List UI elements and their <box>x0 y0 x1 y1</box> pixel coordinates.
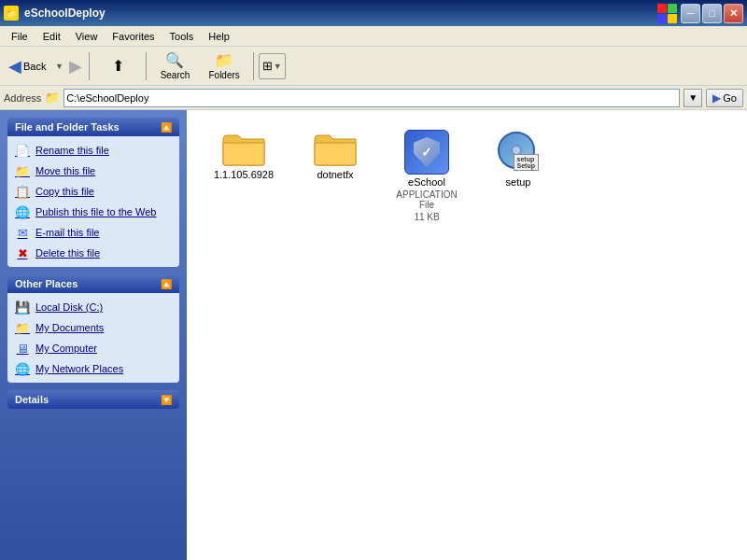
toolbar: ◀ Back ▼ ▶ ⬆ 🔍 Search 📁 Folders ⊞ ▼ <box>0 47 747 86</box>
left-panel: File and Folder Tasks 🔼 📄 Rename this fi… <box>0 110 187 560</box>
window-title: eSchoolDeploy <box>24 7 656 20</box>
app-item-setup[interactable]: setupSetup setup <box>476 125 560 227</box>
go-button[interactable]: ▶ Go <box>706 89 743 107</box>
address-dropdown-button[interactable]: ▼ <box>684 89 702 107</box>
minimize-button[interactable]: ─ <box>681 4 700 23</box>
my-documents-item[interactable]: 📁 My Documents <box>7 317 179 338</box>
menu-favorites[interactable]: Favorites <box>105 29 162 44</box>
details-title: Details <box>15 394 49 405</box>
rename-label: Rename this file <box>35 145 109 156</box>
details-collapse-icon: 🔽 <box>161 395 172 405</box>
folders-button[interactable]: 📁 Folders <box>200 49 247 83</box>
app-sublabel-eschool: APPLICATION File <box>389 189 464 210</box>
other-places-section: Other Places 🔼 💾 Local Disk (C:) 📁 My Do… <box>7 274 179 383</box>
address-bar: Address 📁 ▼ ▶ Go <box>0 86 747 110</box>
app-label-setup: setup <box>506 176 531 188</box>
app-icon-setup: setupSetup <box>496 130 541 175</box>
go-label: Go <box>723 92 737 104</box>
my-documents-icon: 📁 <box>15 320 30 335</box>
folder-icon-2 <box>313 130 358 167</box>
address-input[interactable] <box>66 92 677 104</box>
search-icon: 🔍 <box>165 51 184 69</box>
toolbar-separator-3 <box>253 52 254 80</box>
folders-label: Folders <box>208 70 239 80</box>
menu-edit[interactable]: Edit <box>35 29 68 44</box>
email-label: E-mail this file <box>35 227 99 238</box>
close-button[interactable]: ✕ <box>724 4 743 23</box>
local-disk-item[interactable]: 💾 Local Disk (C:) <box>7 297 179 317</box>
file-tasks-body: 📄 Rename this file 📁 Move this file 📋 Co… <box>7 136 179 267</box>
copy-icon: 📋 <box>15 184 30 199</box>
back-label: Back <box>23 61 46 72</box>
folder-label-2: dotnetfx <box>317 169 353 180</box>
xp-logo <box>656 4 677 22</box>
publish-label: Publish this file to the Web <box>35 206 156 217</box>
details-header[interactable]: Details 🔽 <box>7 390 179 409</box>
publish-file-item[interactable]: 🌐 Publish this file to the Web <box>7 202 179 222</box>
my-computer-item[interactable]: 🖥 My Computer <box>7 338 179 358</box>
move-file-item[interactable]: 📁 Move this file <box>7 161 179 181</box>
title-bar: 📁 eSchoolDeploy ─ □ ✕ <box>0 0 747 26</box>
address-input-wrap <box>63 89 680 107</box>
rename-icon: 📄 <box>15 143 30 158</box>
search-label: Search <box>161 70 190 80</box>
delete-label: Delete this file <box>35 247 100 259</box>
address-label: Address <box>4 92 41 104</box>
main-area: File and Folder Tasks 🔼 📄 Rename this fi… <box>0 110 747 560</box>
content-area: 1.1.105.6928 dotnetfx ✓ eSchool <box>187 110 747 560</box>
delete-file-item[interactable]: ✖ Delete this file <box>7 243 179 263</box>
rename-file-item[interactable]: 📄 Rename this file <box>7 140 179 161</box>
menu-file[interactable]: File <box>4 29 35 44</box>
menu-bar: File Edit View Favorites Tools Help <box>0 26 747 47</box>
file-tasks-section: File and Folder Tasks 🔼 📄 Rename this fi… <box>7 118 179 267</box>
move-icon: 📁 <box>15 163 30 178</box>
other-places-header[interactable]: Other Places 🔼 <box>7 274 179 293</box>
my-network-places-label: My Network Places <box>35 363 123 374</box>
window-icon: 📁 <box>4 6 19 21</box>
copy-file-item[interactable]: 📋 Copy this file <box>7 181 179 202</box>
folder-item-1[interactable]: 1.1.105.6928 <box>202 125 286 227</box>
copy-label: Copy this file <box>35 186 94 197</box>
folder-item-2[interactable]: dotnetfx <box>293 125 377 227</box>
publish-icon: 🌐 <box>15 204 30 219</box>
delete-icon: ✖ <box>15 245 30 260</box>
up-icon: ⬆ <box>112 57 124 75</box>
email-file-item[interactable]: ✉ E-mail this file <box>7 222 179 243</box>
email-icon: ✉ <box>15 225 30 240</box>
app-size-eschool: 11 KB <box>414 212 439 222</box>
toolbar-separator-2 <box>146 52 147 80</box>
toolbar-separator-1 <box>89 52 90 80</box>
other-places-title: Other Places <box>15 278 78 289</box>
other-places-body: 💾 Local Disk (C:) 📁 My Documents 🖥 My Co… <box>7 293 179 383</box>
move-label: Move this file <box>35 165 95 176</box>
network-icon: 🌐 <box>15 361 30 376</box>
local-disk-label: Local Disk (C:) <box>35 301 103 313</box>
file-tasks-header[interactable]: File and Folder Tasks 🔼 <box>7 118 179 136</box>
menu-tools[interactable]: Tools <box>162 29 202 44</box>
search-button[interactable]: 🔍 Search <box>151 49 198 83</box>
file-tasks-collapse-icon: 🔼 <box>161 122 172 133</box>
my-network-places-item[interactable]: 🌐 My Network Places <box>7 358 179 379</box>
my-computer-label: My Computer <box>35 343 97 354</box>
app-item-eschool[interactable]: ✓ eSchool APPLICATION File 11 KB <box>385 125 469 227</box>
app-icon-eschool: ✓ <box>404 130 449 175</box>
address-dropdown-icon: ▼ <box>688 92 698 103</box>
details-section: Details 🔽 <box>7 390 179 409</box>
my-documents-label: My Documents <box>35 322 104 333</box>
folders-icon: 📁 <box>215 51 233 69</box>
menu-help[interactable]: Help <box>201 29 237 44</box>
hdd-icon: 💾 <box>15 300 30 315</box>
views-button[interactable]: ⊞ ▼ <box>259 53 286 79</box>
folder-icon-1 <box>221 130 266 167</box>
my-computer-icon: 🖥 <box>15 341 30 356</box>
other-places-collapse-icon: 🔼 <box>161 279 172 289</box>
up-button[interactable]: ⬆ <box>94 49 141 83</box>
back-button[interactable]: ◀ Back <box>4 49 50 83</box>
back-dropdown-button[interactable]: ▼ <box>52 49 65 83</box>
file-tasks-title: File and Folder Tasks <box>15 121 120 133</box>
window-controls: ─ □ ✕ <box>681 4 743 23</box>
app-label-eschool: eSchool <box>408 176 445 188</box>
maximize-button[interactable]: □ <box>702 4 722 23</box>
menu-view[interactable]: View <box>68 29 106 44</box>
folder-label-1: 1.1.105.6928 <box>214 169 274 180</box>
